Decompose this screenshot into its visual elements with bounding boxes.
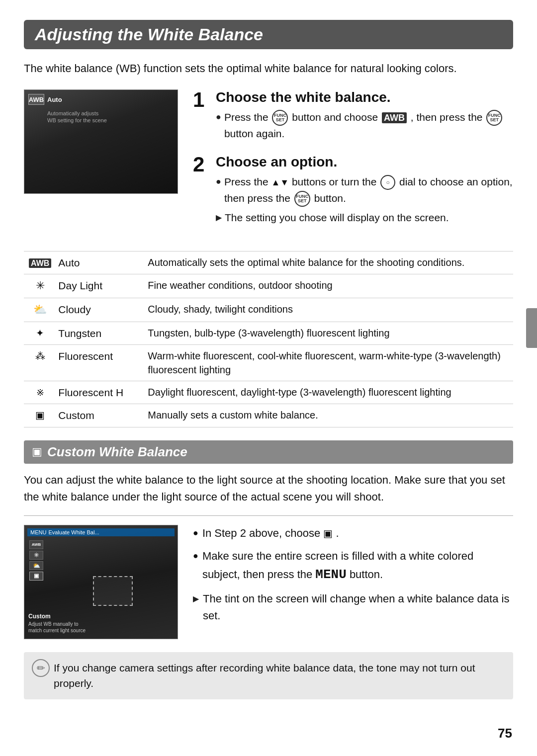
cwb-title-bar: ▣ Custom White Balance <box>24 440 513 464</box>
step-2-content: Choose an option. ● Press the ▲▼ buttons… <box>216 154 513 229</box>
wb-icon-cell: ✦ <box>24 322 53 344</box>
wb-desc-cell: Tungsten, bulb-type (3-wavelength) fluor… <box>143 322 513 344</box>
cwb-cam-icon-2: ✳ <box>29 551 43 560</box>
title-bar: Adjusting the White Balance <box>24 20 513 49</box>
table-row: ▣ Custom Manually sets a custom white ba… <box>24 404 513 427</box>
triangle-icon: ▶ <box>216 212 222 224</box>
cam-subtext1: Automatically adjusts <box>28 110 98 117</box>
step-1-body: ● Press the FUNCSET button and choose AW… <box>216 109 513 142</box>
wb-icon-cell: AWB <box>24 251 53 274</box>
cam-row-info: Automatically adjusts WB setting for the… <box>28 110 174 124</box>
cwb-cam-overlay: MENU Evaluate White Bal... AWB ✳ <box>24 525 178 639</box>
right-edge-tab <box>526 308 537 348</box>
step-1-title: Choose the white balance. <box>216 89 513 105</box>
cwb-rows: AWB ✳ ⛅ ▣ <box>27 540 175 581</box>
wb-desc-cell: Manually sets a custom white balance. <box>143 404 513 427</box>
cwb-section: ▣ Custom White Balance You can adjust th… <box>24 440 513 699</box>
dial-icon: ○ <box>380 175 395 190</box>
wb-name-cell: Tungsten <box>53 322 143 344</box>
instruction-area: AWB Auto Automatically adjusts WB settin… <box>24 89 513 238</box>
cwb-dot-2: ● <box>193 549 198 563</box>
instructions-col: 1 Choose the white balance. ● Press the … <box>193 89 513 238</box>
wb-name-cell: Cloudy <box>53 298 143 322</box>
page-number: 75 <box>498 726 512 741</box>
step-1-number: 1 <box>193 89 208 145</box>
table-row: AWB Auto Automatically sets the optimal … <box>24 251 513 274</box>
cwb-bottom-sub: Adjust WB manually tomatch current light… <box>28 621 86 634</box>
cam-overlay: AWB Auto Automatically adjusts WB settin… <box>24 90 178 193</box>
cwb-cam-row-2: ✳ <box>29 551 175 560</box>
wb-name-cell: Auto <box>53 251 143 274</box>
table-row: ⁂ Fluorescent Warm-white fluorescent, co… <box>24 344 513 381</box>
bullet-dot: ● <box>216 110 221 124</box>
wb-desc-cell: Daylight fluorescent, daylight-type (3-w… <box>143 381 513 404</box>
cwb-bullet-text-1: In Step 2 above, choose ▣ . <box>202 525 339 542</box>
cwb-cam-inner: MENU Evaluate White Bal... AWB ✳ <box>24 525 178 639</box>
cwb-bottom-label: Custom <box>28 613 51 620</box>
cwb-cam-icon-custom: ▣ <box>29 572 43 581</box>
section-divider <box>24 515 513 516</box>
cwb-bullet-2: ● Make sure the entire screen is filled … <box>193 548 513 585</box>
cwb-center-box <box>93 576 133 606</box>
step-2-bullet-1: ● Press the ▲▼ buttons or turn the ○ dia… <box>216 174 513 207</box>
cwb-menu-label: Evaluate White Bal... <box>48 529 99 535</box>
menu-word: MENU <box>315 567 346 582</box>
bullet-dot-2: ● <box>216 175 221 189</box>
step-1: 1 Choose the white balance. ● Press the … <box>193 89 513 145</box>
wb-name-cell: Fluorescent <box>53 344 143 381</box>
cwb-cam-row-1: AWB <box>29 540 175 549</box>
note-text: If you change camera settings after reco… <box>54 662 475 689</box>
wb-icon-cell: ▣ <box>24 404 53 427</box>
wb-icon-cell: ✳ <box>24 274 53 298</box>
wb-name-cell: Day Light <box>53 274 143 298</box>
wb-name-cell: Fluorescent H <box>53 381 143 404</box>
step-2-bullet-text-1: Press the ▲▼ buttons or turn the ○ dial … <box>224 174 513 207</box>
awb-small-icon: AWB <box>29 258 51 268</box>
wb-desc-cell: Fine weather conditions, outdoor shootin… <box>143 274 513 298</box>
step-2-body: ● Press the ▲▼ buttons or turn the ○ dia… <box>216 174 513 226</box>
step-1-bullet-1: ● Press the FUNCSET button and choose AW… <box>216 109 513 142</box>
cwb-bullet-text-3: The tint on the screen will change when … <box>203 590 513 624</box>
table-row: ※ Fluorescent H Daylight fluorescent, da… <box>24 381 513 404</box>
cwb-bullet-1: ● In Step 2 above, choose ▣ . <box>193 525 513 542</box>
step-2-number: 2 <box>193 154 208 229</box>
step-2-bullet-text-2: The setting you chose will display on th… <box>225 210 449 226</box>
wb-desc-cell: Warm-white fluorescent, cool-white fluor… <box>143 344 513 381</box>
wb-desc-cell: Cloudy, shady, twilight conditions <box>143 298 513 322</box>
step-2-bullet-2: ▶ The setting you chose will display on … <box>216 210 513 226</box>
note-icon: ✏ <box>32 659 50 677</box>
wb-table: AWB Auto Automatically sets the optimal … <box>24 251 513 427</box>
cwb-cam-row-3: ⛅ <box>29 561 175 570</box>
func-btn-2: FUNCSET <box>486 110 502 126</box>
wb-icon-cell: ⛅ <box>24 298 53 322</box>
awb-icon: AWB <box>382 112 407 123</box>
page: Adjusting the White Balance The white ba… <box>0 0 537 756</box>
step-2: 2 Choose an option. ● Press the ▲▼ butto… <box>193 154 513 229</box>
cwb-desc: You can adjust the white balance to the … <box>24 472 513 505</box>
camera-preview-inner: AWB Auto Automatically adjusts WB settin… <box>24 90 178 193</box>
table-row: ⛅ Cloudy Cloudy, shady, twilight conditi… <box>24 298 513 322</box>
cwb-instruction-area: MENU Evaluate White Bal... AWB ✳ <box>24 525 513 639</box>
cam-row-awb: AWB Auto <box>28 94 174 105</box>
wb-name-cell: Custom <box>53 404 143 427</box>
cwb-tri: ▶ <box>193 593 199 605</box>
table-row: ✦ Tungsten Tungsten, bulb-type (3-wavele… <box>24 322 513 344</box>
func-btn-1: FUNCSET <box>272 110 288 126</box>
cwb-bullet-text-2: Make sure the entire screen is filled wi… <box>202 548 513 585</box>
cwb-menu-bar: MENU Evaluate White Bal... <box>27 528 175 536</box>
cam-subtext2: WB setting for the scene <box>28 117 107 124</box>
page-title: Adjusting the White Balance <box>35 25 502 44</box>
wb-desc-cell: Automatically sets the optimal white bal… <box>143 251 513 274</box>
wb-icon-cell: ※ <box>24 381 53 404</box>
cam-awb-label: Auto <box>47 96 62 103</box>
cwb-title: Custom White Balance <box>47 444 187 460</box>
wb-icon-cell: ⁂ <box>24 344 53 381</box>
cwb-cam-icon-3: ⛅ <box>29 561 43 570</box>
cwb-section-icon: ▣ <box>32 445 42 458</box>
note-box: ✏ If you change camera settings after re… <box>24 652 513 699</box>
intro-text: The white balance (WB) function sets the… <box>24 60 513 77</box>
cwb-bullet-3: ▶ The tint on the screen will change whe… <box>193 590 513 624</box>
step-1-bullet-text: Press the FUNCSET button and choose AWB … <box>224 109 513 142</box>
func-btn-3: FUNCSET <box>294 191 310 207</box>
cwb-camera-preview: MENU Evaluate White Bal... AWB ✳ <box>24 525 178 639</box>
